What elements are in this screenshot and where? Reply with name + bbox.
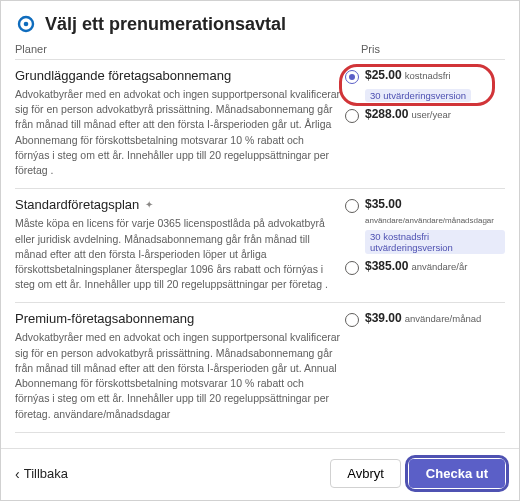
plan-desc: Advokatbyråer med en advokat och ingen s… [15, 330, 341, 421]
price-option[interactable]: $385.00 användare/år [345, 259, 505, 275]
plan-premium: Premium-företagsabonnemang Advokatbyråer… [15, 302, 505, 432]
app-icon [15, 13, 37, 35]
price-unit: användare/månad [405, 313, 482, 325]
price-amount: $385.00 [365, 259, 408, 275]
dialog-title: Välj ett prenumerationsavtal [45, 14, 286, 35]
price-amount: $288.00 [365, 107, 408, 123]
price-unit: användare/år [411, 261, 467, 273]
trial-badge: 30 utvärderingsversion [365, 89, 471, 102]
column-price-label: Pris [355, 43, 505, 55]
price-amount: $25.00 [365, 68, 402, 84]
price-amount: $35.00 [365, 197, 402, 213]
sparkle-icon: ✦ [145, 199, 153, 210]
radio-icon[interactable] [345, 109, 359, 123]
price-unit: user/year [411, 109, 451, 121]
plan-list: Grundläggande företagsabonnemang Advokat… [1, 59, 519, 433]
plan-name: Standardföretagsplan ✦ [15, 197, 341, 212]
dialog-header: Välj ett prenumerationsavtal [1, 1, 519, 43]
plan-desc: Advokatbyråer med en advokat och ingen s… [15, 87, 341, 178]
radio-icon[interactable] [345, 199, 359, 213]
price-unit: kostnadsfri [405, 70, 451, 82]
back-label: Tillbaka [24, 466, 68, 481]
plan-name: Premium-företagsabonnemang [15, 311, 341, 326]
checkout-button[interactable]: Checka ut [409, 459, 505, 488]
radio-icon[interactable] [345, 70, 359, 84]
plan-basic: Grundläggande företagsabonnemang Advokat… [15, 59, 505, 188]
plan-standard: Standardföretagsplan ✦ Måste köpa en lic… [15, 188, 505, 302]
radio-icon[interactable] [345, 313, 359, 327]
price-amount: $39.00 [365, 311, 402, 327]
price-option[interactable]: $39.00 användare/månad [345, 311, 505, 327]
radio-icon[interactable] [345, 261, 359, 275]
price-option[interactable]: $25.00 kostnadsfri [345, 68, 505, 84]
column-plan-label: Planer [15, 43, 355, 55]
chevron-left-icon: ‹ [15, 467, 20, 481]
back-button[interactable]: ‹ Tillbaka [15, 466, 68, 481]
price-unit: användare/användare/månadsdagar [365, 216, 494, 226]
svg-point-1 [24, 22, 29, 27]
plan-desc: Måste köpa en licens för varje 0365 lice… [15, 216, 341, 292]
trial-badge: 30 kostnadsfri utvärderingsversion [365, 230, 505, 254]
price-option[interactable]: $288.00 user/year [345, 107, 505, 123]
column-headers: Planer Pris [1, 43, 519, 59]
dialog-footer: ‹ Tillbaka Avbryt Checka ut [1, 448, 519, 500]
price-option[interactable]: $35.00 användare/användare/månadsdagar [345, 197, 505, 226]
cancel-button[interactable]: Avbryt [330, 459, 401, 488]
plan-name: Grundläggande företagsabonnemang [15, 68, 341, 83]
